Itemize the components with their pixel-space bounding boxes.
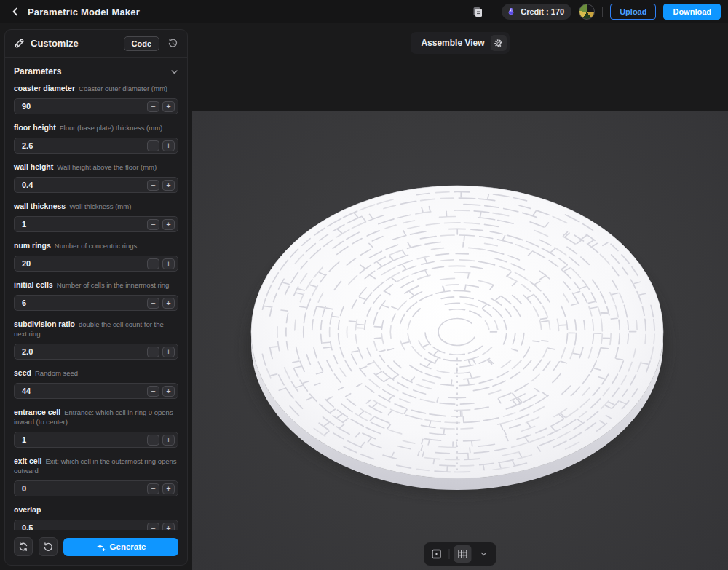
parameter-group: entrance cellEntrance: which cell in rin… — [14, 408, 178, 448]
parameter-input[interactable]: 1 − + — [14, 216, 178, 232]
parameter-labels: overlap — [14, 505, 178, 515]
parameter-value: 2.0 — [22, 347, 33, 356]
parameter-description: Floor (base plate) thickness (mm) — [60, 124, 162, 132]
parameters-section-toggle[interactable]: Parameters — [14, 66, 178, 76]
parameter-input[interactable]: 90 − + — [14, 98, 178, 114]
panel-title: Customize — [31, 38, 79, 49]
increment-button[interactable]: + — [162, 180, 175, 191]
increment-button[interactable]: + — [162, 386, 175, 397]
increment-button[interactable]: + — [162, 101, 175, 112]
parameter-labels: initial cellsNumber of cells in the inne… — [14, 280, 178, 290]
parameters-section-title: Parameters — [14, 66, 61, 76]
parameter-input[interactable]: 1 − + — [14, 432, 178, 448]
chevron-down-icon — [170, 68, 178, 76]
stepper-buttons: − + — [147, 180, 175, 191]
parameter-value: 90 — [22, 102, 31, 111]
panel-header: Customize Code — [5, 30, 187, 58]
increment-button[interactable]: + — [162, 258, 175, 269]
undo-icon — [43, 542, 53, 552]
parameter-input[interactable]: 6 − + — [14, 295, 178, 311]
decrement-button[interactable]: − — [147, 258, 159, 269]
potion-icon — [506, 7, 516, 17]
decrement-button[interactable]: − — [147, 180, 159, 191]
parameter-name: floor height — [14, 123, 56, 132]
decrement-button[interactable]: − — [147, 347, 159, 357]
frame-view-button[interactable] — [429, 546, 445, 562]
increment-button[interactable]: + — [162, 219, 175, 230]
stepper-buttons: − + — [147, 140, 175, 151]
avatar[interactable] — [579, 4, 595, 20]
parameter-group: num ringsNumber of concentric rings 20 −… — [14, 241, 178, 272]
code-button[interactable]: Code — [124, 36, 160, 51]
parameter-group: coaster diameterCoaster outer diameter (… — [14, 84, 178, 114]
gear-icon — [494, 39, 503, 48]
decrement-button[interactable]: − — [147, 101, 159, 112]
parameter-group: initial cellsNumber of cells in the inne… — [14, 280, 178, 311]
parameter-group: overlap 0.5 − + — [14, 505, 178, 530]
parameter-group: wall heightWall height above the floor (… — [14, 162, 178, 193]
parameter-labels: seedRandom seed — [14, 368, 178, 378]
parameter-labels: num ringsNumber of concentric rings — [14, 241, 178, 250]
panel-footer: Generate — [5, 530, 187, 565]
increment-button[interactable]: + — [162, 140, 175, 151]
increment-button[interactable]: + — [162, 483, 175, 494]
parameter-value: 2.6 — [22, 141, 33, 150]
assemble-view-label: Assemble View — [421, 38, 484, 48]
increment-button[interactable]: + — [162, 347, 175, 357]
back-button[interactable] — [7, 4, 23, 20]
model-viewport[interactable] — [192, 111, 728, 570]
generate-label: Generate — [110, 542, 146, 551]
parameter-value: 1 — [22, 435, 26, 444]
parameter-group: exit cellExit: which cell in the outermo… — [14, 456, 178, 496]
increment-button[interactable]: + — [162, 435, 175, 446]
docs-button[interactable] — [469, 3, 486, 20]
decrement-button[interactable]: − — [147, 435, 159, 446]
decrement-button[interactable]: − — [147, 219, 159, 230]
decrement-button[interactable]: − — [147, 483, 159, 494]
increment-button[interactable]: + — [162, 523, 175, 531]
parameter-input[interactable]: 0 − + — [14, 480, 178, 496]
decrement-button[interactable]: − — [147, 523, 159, 531]
documents-icon — [472, 6, 483, 17]
parameter-input[interactable]: 20 − + — [14, 256, 178, 272]
parameter-input[interactable]: 0.5 − + — [14, 520, 178, 530]
parameter-description: Coaster outer diameter (mm) — [79, 84, 167, 92]
parameter-input[interactable]: 2.0 − + — [14, 344, 178, 360]
customize-icon — [14, 38, 25, 49]
grid-view-button[interactable] — [454, 545, 472, 563]
decrement-button[interactable]: − — [147, 386, 159, 397]
coaster-3d-model — [192, 111, 728, 570]
top-header: Parametric Model Maker Credit : 170 Uplo… — [0, 0, 728, 23]
generate-button[interactable]: Generate — [63, 538, 178, 556]
decrement-button[interactable]: − — [147, 298, 159, 309]
parameter-name: coaster diameter — [14, 84, 75, 92]
assemble-view-pill[interactable]: Assemble View — [411, 32, 509, 54]
parameter-value: 20 — [22, 259, 31, 268]
regenerate-button[interactable] — [14, 537, 33, 556]
increment-button[interactable]: + — [162, 298, 175, 309]
stepper-buttons: − + — [147, 298, 175, 309]
grid-icon — [458, 549, 468, 559]
parameter-labels: exit cellExit: which cell in the outermo… — [14, 456, 178, 475]
assemble-settings-button[interactable] — [491, 35, 507, 51]
parameter-input[interactable]: 2.6 − + — [14, 138, 178, 154]
parameter-input[interactable]: 44 − + — [14, 383, 178, 399]
frame-icon — [432, 549, 442, 559]
upload-button[interactable]: Upload — [610, 4, 656, 20]
refresh-icon — [18, 542, 28, 552]
credit-badge[interactable]: Credit : 170 — [502, 4, 571, 20]
view-toolbar — [424, 542, 496, 566]
stepper-buttons: − + — [147, 386, 175, 397]
parameter-value: 1 — [22, 220, 26, 229]
download-button[interactable]: Download — [663, 4, 721, 20]
stepper-buttons: − + — [147, 523, 175, 531]
decrement-button[interactable]: − — [147, 140, 159, 151]
header-divider — [602, 7, 603, 17]
parameter-group: wall thicknessWall thickness (mm) 1 − + — [14, 202, 178, 232]
parameter-input[interactable]: 0.4 − + — [14, 177, 178, 193]
view-options-button[interactable] — [476, 546, 492, 562]
history-button[interactable] — [165, 36, 180, 51]
parameter-name: subdivision ratio — [14, 320, 75, 328]
reset-button[interactable] — [39, 537, 58, 556]
parameter-name: wall height — [14, 162, 53, 171]
